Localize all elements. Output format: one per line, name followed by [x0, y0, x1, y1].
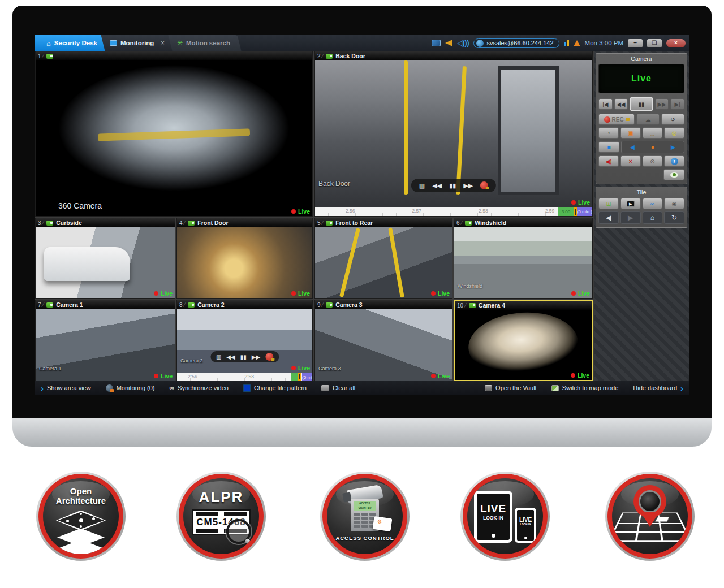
- volume-icon[interactable]: ◁))): [457, 39, 469, 47]
- synchronize-video-button[interactable]: ∞ Synchronize video: [170, 384, 229, 392]
- fast-forward-icon[interactable]: ▶▶: [252, 354, 260, 360]
- tab-security-desk[interactable]: ⌂ Security Desk: [35, 35, 106, 51]
- badge-title-line: Open: [43, 486, 119, 496]
- filmstrip-icon[interactable]: ▥: [419, 182, 425, 189]
- tab-monitoring[interactable]: Monitoring ×: [101, 35, 175, 51]
- tile-panel: Tile ⊞ ▶ ∞ ◉ ◀ ▶ ⌂ ↻: [596, 187, 687, 228]
- change-tile-pattern-button[interactable]: Change tile pattern: [243, 384, 307, 392]
- switch-map-mode-button[interactable]: Switch to map mode: [551, 384, 619, 391]
- remove-camera-button[interactable]: ×: [620, 155, 641, 167]
- warning-icon[interactable]: [574, 40, 580, 46]
- video-timeline[interactable]: 2:56 2:58 (5 min.): [177, 373, 312, 381]
- monitor-stand: [12, 418, 712, 447]
- scene-decoration: [498, 66, 559, 195]
- send-to-monitor-button[interactable]: ▶: [620, 198, 641, 209]
- tile-header: 10 Camera 4: [455, 301, 592, 310]
- fisheye-view: [466, 310, 580, 380]
- fast-forward-button[interactable]: ▶▶: [655, 98, 669, 110]
- navigate-forward-button[interactable]: ▶: [620, 211, 641, 224]
- fast-forward-icon[interactable]: ▶▶: [463, 182, 473, 189]
- camera-icon: [326, 220, 333, 226]
- protect-video-button[interactable]: ⊙: [643, 155, 663, 167]
- close-tab-icon[interactable]: ×: [161, 39, 165, 47]
- live-indicator: Live: [571, 290, 590, 297]
- record-button[interactable]: REC: [598, 114, 635, 125]
- tab-motion-search[interactable]: ✳ Motion search: [169, 35, 242, 51]
- show-area-view-button[interactable]: › Show area view: [41, 384, 91, 392]
- camera-tile-2[interactable]: 2 Back Door Back Door ▥ ◀◀ ▮▮ ▶▶: [314, 51, 593, 217]
- activity-chart-icon: [564, 40, 569, 46]
- record-dot-icon: [291, 366, 296, 370]
- camera-tile-8[interactable]: 8 Camera 2 Camera 2 ▥ ◀◀ ▮▮ ▶▶ Live: [176, 300, 313, 381]
- filmstrip-icon[interactable]: ▥: [216, 354, 221, 360]
- ptz-camera-button[interactable]: ◉: [664, 198, 684, 209]
- video-timeline[interactable]: 2:56 2:57 2:58 2:59 3:00 (5 min.): [315, 207, 592, 216]
- trigger-alarm-button[interactable]: ◀): [598, 155, 619, 167]
- rewind-button[interactable]: ◀◀: [614, 98, 628, 110]
- go-to-time-button[interactable]: ◔: [598, 127, 619, 139]
- stop-button[interactable]: ■: [598, 141, 619, 153]
- tile-title: Camera 3: [335, 301, 362, 308]
- playback-controls[interactable]: ▥ ◀◀ ▮▮ ▶▶: [411, 179, 496, 192]
- camera-tile-4[interactable]: 4 Front Door Live: [176, 218, 313, 299]
- camera-tile-5[interactable]: 5 Front to Rear Live: [314, 218, 453, 299]
- pause-icon[interactable]: ▮▮: [449, 182, 456, 189]
- tile-header: 7 Camera 1: [36, 300, 175, 309]
- alarm-horn-icon[interactable]: [445, 40, 453, 46]
- search-camera-button[interactable]: ∞: [643, 198, 663, 209]
- camera-pack-icon[interactable]: ●: [651, 144, 655, 150]
- security-desk-window: ⌂ Security Desk Monitoring × ✳ Motion se…: [35, 35, 689, 395]
- camera-tile-9[interactable]: 9 Camera 3 Camera 3 Live: [314, 300, 453, 381]
- timeline-tick: 2:58: [479, 208, 488, 214]
- monitor-icon: ▶: [627, 201, 635, 207]
- next-camera-icon[interactable]: ▶: [671, 144, 675, 151]
- monitor-icon: [110, 40, 117, 46]
- tile-title: Camera 1: [56, 301, 83, 308]
- tab-bar: ⌂ Security Desk Monitoring × ✳ Motion se…: [35, 35, 689, 51]
- skip-forward-button[interactable]: ▶|: [670, 98, 684, 110]
- maximize-tile-button[interactable]: ⊞: [598, 198, 619, 209]
- camera-tile-6[interactable]: 6 Windshield Windshield Live: [454, 218, 593, 299]
- home-tile-button[interactable]: ⌂: [643, 211, 663, 224]
- motion-trail-button[interactable]: „„: [643, 127, 663, 139]
- rewind-icon[interactable]: ◀◀: [226, 354, 235, 360]
- navigate-back-button[interactable]: ◀: [598, 211, 619, 224]
- clear-all-button[interactable]: Clear all: [321, 384, 355, 391]
- display-status-icon[interactable]: [432, 40, 441, 46]
- scene-decoration: [404, 60, 408, 195]
- camera-tile-10[interactable]: 10 Camera 4 Live: [454, 300, 593, 381]
- camera-tile-1[interactable]: 1 360 Camera Live: [35, 51, 313, 217]
- camera-grid: 1 360 Camera Live 2 Back Door: [35, 51, 594, 381]
- playback-controls[interactable]: ▥ ◀◀ ▮▮ ▶▶: [210, 351, 279, 362]
- hide-dashboard-button[interactable]: Hide dashboard ›: [633, 384, 683, 392]
- timeline-cursor[interactable]: [298, 373, 301, 381]
- info-icon: i: [671, 158, 678, 165]
- restore-button[interactable]: ❏: [647, 39, 662, 47]
- logged-in-user[interactable]: svsales@66.60.244.142: [473, 38, 559, 48]
- visual-tracking-button[interactable]: ◎: [664, 127, 684, 139]
- snapshot-button[interactable]: ▣: [620, 127, 641, 139]
- tablet-icon: LIVE LOOK-IN: [474, 491, 512, 543]
- protect-record-icon[interactable]: [480, 181, 488, 189]
- monitor-eye-button[interactable]: [663, 169, 684, 180]
- info-button[interactable]: i: [664, 155, 684, 167]
- video-feed: Camera 1 Live: [36, 309, 175, 381]
- refresh-tile-button[interactable]: ↻: [664, 211, 684, 224]
- close-button[interactable]: ×: [666, 39, 686, 47]
- camera-tile-7[interactable]: 7 Camera 1 Camera 1 Live: [35, 300, 175, 381]
- open-vault-button[interactable]: Open the Vault: [485, 384, 537, 391]
- camera-tile-3[interactable]: 3 Curbside Live: [35, 218, 175, 299]
- pause-icon[interactable]: ▮▮: [240, 354, 247, 360]
- rewind-icon[interactable]: ◀◀: [432, 182, 442, 189]
- loop-playback-button[interactable]: ↺: [661, 114, 684, 125]
- monitoring-tasks-button[interactable]: Monitoring (0): [106, 384, 155, 392]
- protect-record-icon[interactable]: [265, 353, 273, 361]
- previous-camera-icon[interactable]: ◀: [630, 144, 634, 151]
- minimize-button[interactable]: –: [628, 39, 643, 47]
- fisheye-view: [55, 65, 293, 208]
- skip-backward-button[interactable]: |◀: [598, 98, 613, 110]
- video-feed: Back Door ▥ ◀◀ ▮▮ ▶▶ Live: [315, 60, 592, 207]
- tile-title: Front Door: [197, 219, 228, 226]
- pause-button[interactable]: ▮▮: [630, 97, 653, 111]
- export-cloud-button[interactable]: ☁: [636, 114, 660, 125]
